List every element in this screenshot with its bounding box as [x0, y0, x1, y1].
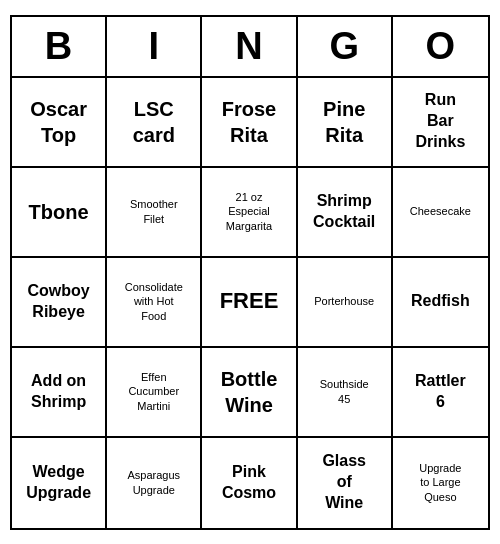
cell-label: Pine Rita: [323, 96, 365, 148]
bingo-cell: FREE: [202, 258, 297, 348]
cell-label: 21 oz Especial Margarita: [226, 190, 272, 233]
bingo-cell: Asparagus Upgrade: [107, 438, 202, 528]
cell-label: Tbone: [29, 199, 89, 225]
bingo-cell: Effen Cucumber Martini: [107, 348, 202, 438]
bingo-cell: Southside 45: [298, 348, 393, 438]
bingo-cell: Wedge Upgrade: [12, 438, 107, 528]
bingo-cell: Glass of Wine: [298, 438, 393, 528]
bingo-cell: Cowboy Ribeye: [12, 258, 107, 348]
cell-label: Pink Cosmo: [222, 462, 276, 504]
cell-label: Porterhouse: [314, 294, 374, 308]
header-letter: I: [107, 17, 202, 76]
cell-label: Glass of Wine: [322, 451, 366, 513]
cell-label: Bottle Wine: [221, 366, 278, 418]
bingo-cell: Smoother Filet: [107, 168, 202, 258]
cell-label: LSC card: [133, 96, 175, 148]
bingo-cell: LSC card: [107, 78, 202, 168]
cell-label: Effen Cucumber Martini: [128, 370, 179, 413]
cell-label: Upgrade to Large Queso: [419, 461, 461, 504]
cell-label: FREE: [220, 287, 279, 316]
bingo-grid: Oscar TopLSC cardFrose RitaPine RitaRun …: [12, 78, 488, 528]
bingo-cell: Bottle Wine: [202, 348, 297, 438]
bingo-card: BINGO Oscar TopLSC cardFrose RitaPine Ri…: [10, 15, 490, 530]
cell-label: Wedge Upgrade: [26, 462, 91, 504]
bingo-cell: Cheesecake: [393, 168, 488, 258]
cell-label: Frose Rita: [222, 96, 276, 148]
cell-label: Rattler 6: [415, 371, 466, 413]
bingo-cell: 21 oz Especial Margarita: [202, 168, 297, 258]
bingo-cell: Oscar Top: [12, 78, 107, 168]
cell-label: Cheesecake: [410, 204, 471, 218]
bingo-header: BINGO: [12, 17, 488, 78]
header-letter: G: [298, 17, 393, 76]
cell-label: Cowboy Ribeye: [27, 281, 89, 323]
bingo-cell: Pine Rita: [298, 78, 393, 168]
bingo-cell: Upgrade to Large Queso: [393, 438, 488, 528]
bingo-cell: Shrimp Cocktail: [298, 168, 393, 258]
bingo-cell: Run Bar Drinks: [393, 78, 488, 168]
cell-label: Consolidate with Hot Food: [125, 280, 183, 323]
bingo-cell: Rattler 6: [393, 348, 488, 438]
bingo-cell: Consolidate with Hot Food: [107, 258, 202, 348]
cell-label: Add on Shrimp: [31, 371, 86, 413]
bingo-cell: Frose Rita: [202, 78, 297, 168]
cell-label: Southside 45: [320, 377, 369, 406]
bingo-cell: Tbone: [12, 168, 107, 258]
bingo-cell: Porterhouse: [298, 258, 393, 348]
cell-label: Oscar Top: [30, 96, 87, 148]
bingo-cell: Add on Shrimp: [12, 348, 107, 438]
cell-label: Run Bar Drinks: [415, 90, 465, 152]
cell-label: Asparagus Upgrade: [127, 468, 180, 497]
header-letter: N: [202, 17, 297, 76]
cell-label: Redfish: [411, 291, 470, 312]
header-letter: O: [393, 17, 488, 76]
bingo-cell: Pink Cosmo: [202, 438, 297, 528]
cell-label: Shrimp Cocktail: [313, 191, 375, 233]
header-letter: B: [12, 17, 107, 76]
cell-label: Smoother Filet: [130, 197, 178, 226]
bingo-cell: Redfish: [393, 258, 488, 348]
